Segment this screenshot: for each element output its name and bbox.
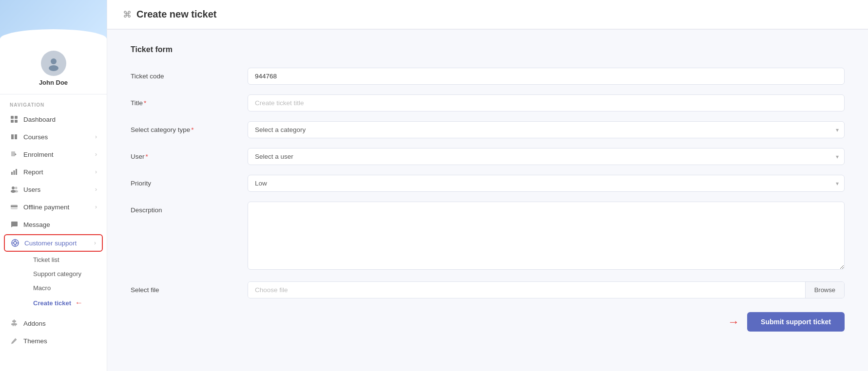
sidebar-item-label-addons: Addons — [23, 320, 97, 327]
category-select-wrapper: Select a category Technical Billing Gene… — [248, 121, 845, 138]
enrolment-icon — [10, 150, 19, 159]
form-area: Ticket form Ticket code Title* Select ca… — [107, 30, 868, 347]
sidebar-item-label-offline-payment: Offline payment — [23, 204, 90, 211]
svg-point-0 — [51, 58, 57, 64]
subnav-label-macro: Macro — [33, 284, 51, 292]
sidebar-item-message[interactable]: Message — [0, 216, 107, 233]
book-icon — [10, 132, 19, 141]
category-required-mark: * — [191, 126, 193, 133]
form-row-description: Descrption — [131, 202, 845, 272]
support-icon — [11, 239, 19, 247]
svg-point-13 — [14, 190, 18, 193]
page-title: Create new ticket — [136, 9, 217, 20]
sidebar-item-label-courses: Courses — [23, 133, 90, 141]
priority-select[interactable]: Low Medium High — [248, 175, 845, 192]
form-row-title: Title* — [131, 94, 845, 111]
svg-rect-3 — [15, 116, 18, 119]
subnav-label-ticket-list: Ticket list — [33, 256, 59, 263]
title-input[interactable] — [248, 94, 845, 111]
priority-label: Priority — [131, 175, 238, 187]
svg-rect-8 — [14, 170, 15, 175]
grid-icon — [10, 115, 19, 124]
sidebar: John Doe NAVIGATION Dashboard Courses › … — [0, 0, 107, 371]
category-select[interactable]: Select a category Technical Billing Gene… — [248, 121, 845, 138]
message-icon — [10, 220, 19, 229]
users-icon — [10, 185, 19, 194]
category-label: Select category type* — [131, 121, 238, 133]
sidebar-item-label-users: Users — [23, 186, 90, 193]
user-required-mark: * — [146, 153, 148, 160]
sidebar-item-label-enrolment: Enrolment — [23, 151, 90, 158]
form-row-ticket-code: Ticket code — [131, 68, 845, 85]
enrolment-arrow-icon: › — [95, 151, 97, 158]
courses-arrow-icon: › — [95, 133, 97, 140]
svg-rect-2 — [11, 116, 14, 119]
avatar — [41, 51, 66, 76]
sidebar-item-users[interactable]: Users › — [0, 181, 107, 198]
subnav-label-create-ticket: Create ticket — [33, 299, 71, 307]
form-section-title: Ticket form — [131, 45, 845, 54]
sidebar-item-offline-payment[interactable]: Offline payment › — [0, 198, 107, 216]
subnav-item-ticket-list[interactable]: Ticket list — [23, 253, 107, 267]
sidebar-item-report[interactable]: Report › — [0, 163, 107, 181]
sidebar-top-bg — [0, 0, 107, 39]
form-row-priority: Priority Low Medium High ▾ — [131, 175, 845, 192]
description-textarea[interactable] — [248, 202, 845, 270]
sidebar-item-dashboard[interactable]: Dashboard — [0, 111, 107, 128]
sidebar-item-label-customer-support: Customer support — [24, 240, 89, 247]
form-row-category: Select category type* Select a category … — [131, 121, 845, 138]
page-header: ⌘ Create new ticket — [107, 0, 868, 30]
sidebar-item-themes[interactable]: Themes — [0, 332, 107, 350]
svg-point-17 — [14, 241, 17, 244]
title-required-mark: * — [144, 99, 146, 107]
subnav-item-support-category[interactable]: Support category — [23, 267, 107, 281]
submit-red-arrow: → — [728, 315, 739, 329]
svg-rect-15 — [11, 205, 18, 207]
user-select[interactable]: Select a user — [248, 148, 845, 165]
submit-row: → Submit support ticket — [131, 312, 845, 332]
sidebar-item-label-dashboard: Dashboard — [23, 116, 97, 123]
svg-point-12 — [15, 187, 18, 189]
svg-rect-4 — [11, 120, 14, 123]
file-browse-button[interactable]: Browse — [805, 282, 844, 298]
sidebar-item-label-message: Message — [23, 221, 97, 228]
file-input-placeholder: Choose file — [248, 282, 805, 298]
main-content: ⌘ Create new ticket Ticket form Ticket c… — [107, 0, 868, 371]
file-label: Select file — [131, 281, 238, 294]
user-wrap: Select a user ▾ — [248, 148, 845, 165]
sidebar-item-enrolment[interactable]: Enrolment › — [0, 146, 107, 163]
subnav-item-macro[interactable]: Macro — [23, 281, 107, 295]
priority-select-wrapper: Low Medium High ▾ — [248, 175, 845, 192]
form-row-file: Select file Choose file Browse — [131, 281, 845, 298]
support-arrow-icon: › — [94, 240, 96, 246]
ticket-code-label: Ticket code — [131, 68, 238, 80]
subnav-label-support-category: Support category — [33, 270, 81, 278]
user-label: User* — [131, 148, 238, 160]
themes-icon — [10, 336, 19, 345]
user-select-wrapper: Select a user ▾ — [248, 148, 845, 165]
header-icon: ⌘ — [123, 9, 132, 20]
title-wrap — [248, 94, 845, 111]
report-arrow-icon: › — [95, 168, 97, 175]
svg-rect-7 — [11, 172, 13, 175]
svg-rect-5 — [15, 120, 18, 123]
sidebar-item-courses[interactable]: Courses › — [0, 128, 107, 146]
sidebar-item-addons[interactable]: Addons — [0, 315, 107, 332]
description-wrap — [248, 202, 845, 272]
subnav-item-create-ticket[interactable]: Create ticket ← — [23, 295, 107, 311]
sidebar-item-customer-support[interactable]: Customer support › — [4, 234, 103, 252]
svg-point-1 — [49, 65, 58, 71]
file-input-wrapper: Choose file Browse — [248, 281, 845, 298]
report-icon — [10, 167, 19, 176]
addons-icon — [10, 319, 19, 328]
submit-button[interactable]: Submit support ticket — [747, 312, 845, 332]
payment-arrow-icon: › — [95, 204, 97, 210]
svg-point-10 — [12, 186, 15, 189]
svg-rect-9 — [16, 169, 17, 175]
ticket-code-input[interactable] — [248, 68, 845, 85]
ticket-code-wrap — [248, 68, 845, 85]
category-wrap: Select a category Technical Billing Gene… — [248, 121, 845, 138]
customer-support-subnav: Ticket list Support category Macro Creat… — [0, 253, 107, 311]
sidebar-item-label-report: Report — [23, 168, 90, 176]
description-label: Descrption — [131, 202, 238, 214]
